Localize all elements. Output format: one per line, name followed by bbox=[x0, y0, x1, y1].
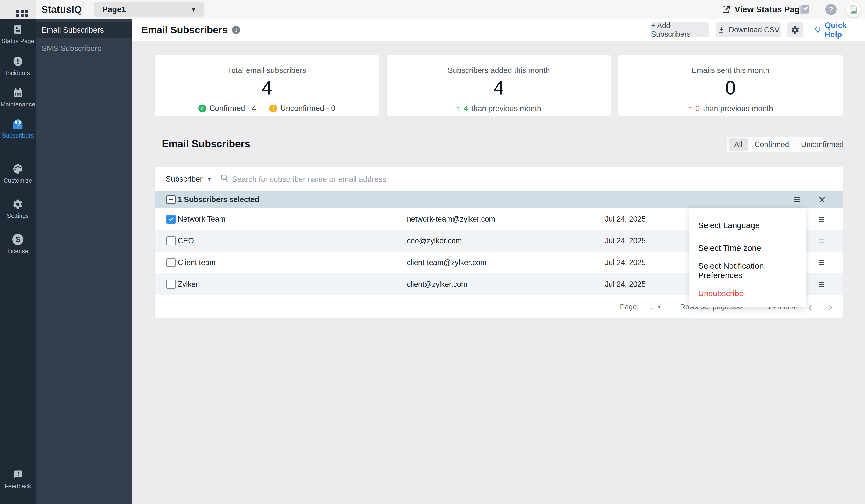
menu-item-select-time-zone[interactable]: Select Time zone bbox=[690, 236, 806, 259]
app-logo: StatusIQ bbox=[41, 0, 82, 19]
gear-icon bbox=[791, 26, 799, 34]
status-page-selector[interactable]: Page1 ▾ bbox=[94, 2, 204, 17]
broken-image-icon bbox=[848, 4, 858, 14]
row-checkbox-checked[interactable] bbox=[166, 214, 175, 224]
stat-title: Subscribers added this month bbox=[387, 66, 611, 75]
stat-title: Emails sent this month bbox=[619, 66, 843, 75]
row-checkbox[interactable] bbox=[166, 280, 175, 289]
delta-value: 0 bbox=[695, 104, 700, 113]
feedback-icon bbox=[0, 468, 36, 481]
menu-item-select-language[interactable]: Select Language bbox=[690, 214, 806, 236]
page-number-value: 1 bbox=[650, 303, 654, 311]
sidebar-label: Subscribers bbox=[0, 132, 36, 139]
row-actions-menu-icon[interactable]: ≡ bbox=[818, 208, 825, 230]
subscriber-email: ceo@zylker.com bbox=[407, 230, 462, 252]
sidebar-label: License bbox=[0, 248, 36, 255]
whats-new-button[interactable] bbox=[798, 0, 811, 19]
download-csv-button[interactable]: Download CSV bbox=[716, 22, 781, 37]
subscribed-date: Jul 24, 2025 bbox=[605, 230, 646, 252]
app-switcher-button[interactable] bbox=[0, 0, 36, 19]
menu-item-select-notification-preferences[interactable]: Select Notification Preferences bbox=[690, 259, 806, 282]
question-icon: ? bbox=[826, 4, 837, 15]
menu-item-unsubscribe[interactable]: Unsubscribe bbox=[690, 282, 806, 305]
row-actions-menu-icon[interactable]: ≡ bbox=[818, 230, 825, 252]
table-settings-button[interactable] bbox=[787, 22, 803, 37]
bulk-actions-menu-icon[interactable]: ≡ bbox=[794, 191, 800, 208]
row-actions-menu-icon[interactable]: ≡ bbox=[818, 273, 825, 295]
subscriber-name: Zylker bbox=[178, 273, 198, 295]
row-checkbox[interactable] bbox=[166, 258, 175, 267]
arrow-up-icon: ↑ bbox=[688, 104, 692, 113]
subscribed-date: Jul 24, 2025 bbox=[605, 273, 646, 295]
table-toolbar: Subscriber ▾ bbox=[155, 167, 843, 191]
help-button[interactable]: ? bbox=[826, 0, 837, 19]
sidebar-item-feedback[interactable]: Feedback bbox=[0, 468, 36, 490]
previous-page-button[interactable]: ‹ bbox=[808, 295, 812, 318]
subscriber-email: client@zylker.com bbox=[407, 273, 467, 295]
caret-down-icon: ▾ bbox=[658, 304, 661, 310]
sidebar-item-license[interactable]: $ License bbox=[0, 233, 36, 255]
search-category-value: Subscriber bbox=[166, 175, 203, 184]
page-header: Email Subscribers i + Add Subscribers Do… bbox=[132, 19, 865, 41]
subscriber-name: Network Team bbox=[178, 208, 226, 230]
sidebar-item-incidents[interactable]: Incidents bbox=[0, 55, 36, 77]
search-input[interactable] bbox=[232, 171, 788, 187]
sidebar-item-subscribers[interactable]: Subscribers bbox=[0, 118, 36, 139]
pages-check-icon bbox=[798, 3, 811, 16]
sidebar-item-maintenance[interactable]: Maintenance bbox=[0, 86, 36, 108]
subscribed-date: Jul 24, 2025 bbox=[605, 252, 646, 273]
primary-sidebar: Status Page Incidents bbox=[0, 19, 36, 504]
quick-help-link[interactable]: Quick Help bbox=[814, 19, 865, 41]
status-page-selector-value: Page1 bbox=[102, 5, 126, 14]
tab-unconfirmed[interactable]: Unconfirmed bbox=[796, 138, 849, 151]
page-title: Email Subscribers bbox=[141, 24, 228, 36]
sidebar-item-settings[interactable]: Settings bbox=[0, 198, 36, 220]
stat-title: Total email subscribers bbox=[155, 66, 379, 75]
row-actions-menu-icon[interactable]: ≡ bbox=[818, 252, 825, 273]
quick-help-label: Quick Help bbox=[825, 21, 865, 39]
arrow-up-icon: ↑ bbox=[456, 104, 460, 113]
sidebar-label: Feedback bbox=[0, 483, 36, 490]
external-link-icon bbox=[722, 5, 731, 14]
subscribers-subnav: Email Subscribers SMS Subscribers bbox=[36, 19, 132, 504]
next-page-button[interactable]: › bbox=[829, 295, 832, 318]
view-status-page-link[interactable]: View Status Page bbox=[722, 0, 804, 19]
delta-suffix: than previous month bbox=[471, 104, 541, 113]
close-icon[interactable]: × bbox=[818, 191, 826, 208]
add-subscribers-button[interactable]: + Add Subscribers bbox=[651, 22, 709, 37]
subnav-label: SMS Subscribers bbox=[42, 44, 101, 53]
user-avatar[interactable] bbox=[846, 0, 861, 19]
confirmed-check-icon: ✓ bbox=[198, 105, 206, 112]
delta-suffix: than previous month bbox=[703, 104, 773, 113]
unconfirmed-count: Unconfirmed - 0 bbox=[280, 104, 335, 113]
avatar bbox=[846, 2, 861, 17]
select-all-checkbox[interactable] bbox=[166, 195, 175, 204]
page-number-dropdown[interactable]: 1 ▾ bbox=[650, 295, 661, 318]
tab-confirmed[interactable]: Confirmed bbox=[749, 138, 794, 151]
license-icon: $ bbox=[0, 233, 36, 246]
lightbulb-icon bbox=[814, 26, 822, 34]
add-subscribers-label: + Add Subscribers bbox=[651, 21, 709, 39]
info-icon[interactable]: i bbox=[232, 26, 240, 34]
tab-all[interactable]: All bbox=[729, 138, 748, 151]
app-grid-icon bbox=[16, 10, 19, 13]
row-checkbox[interactable] bbox=[166, 236, 175, 246]
section-title: Email Subscribers bbox=[162, 138, 251, 150]
sidebar-item-customize[interactable]: Customize bbox=[0, 163, 36, 184]
incidents-icon bbox=[0, 55, 36, 68]
subscriber-name: Client team bbox=[178, 252, 216, 273]
delta-value: 4 bbox=[464, 104, 468, 113]
subnav-item-email-subscribers[interactable]: Email Subscribers bbox=[36, 22, 132, 38]
sidebar-item-status-page[interactable]: Status Page bbox=[0, 23, 36, 45]
subnav-item-sms-subscribers[interactable]: SMS Subscribers bbox=[36, 40, 132, 56]
gear-icon bbox=[0, 198, 36, 210]
page-label: Page: bbox=[620, 295, 639, 318]
sidebar-label: Status Page bbox=[0, 38, 36, 45]
caret-down-icon: ▾ bbox=[192, 6, 195, 13]
search-category-dropdown[interactable]: Subscriber ▾ bbox=[166, 167, 211, 191]
unconfirmed-warning-icon: ! bbox=[269, 105, 277, 112]
check-icon bbox=[168, 216, 174, 222]
row-actions-context-menu: Select Language Select Time zone Select … bbox=[690, 208, 806, 307]
subnav-label: Email Subscribers bbox=[42, 26, 104, 35]
caret-down-icon: ▾ bbox=[208, 175, 211, 182]
